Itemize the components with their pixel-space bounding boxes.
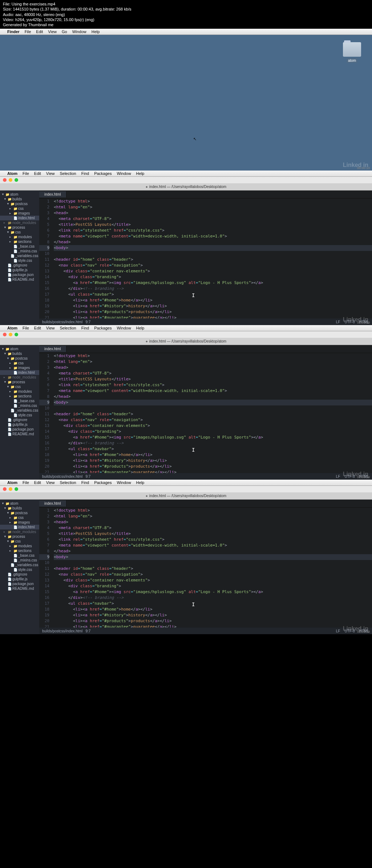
- tree-item-images[interactable]: ▸📁images: [0, 520, 39, 525]
- menu-help[interactable]: Help: [92, 29, 100, 34]
- menu-finder[interactable]: Finder: [7, 29, 20, 34]
- tree-root[interactable]: ▼📁atom: [0, 192, 39, 197]
- menu-view[interactable]: View: [46, 171, 55, 176]
- file-tree-sidebar[interactable]: ▼📁atom▼📁builds▼📁postcss▸📁css▸📁images📄ind…: [0, 500, 39, 634]
- tree-item-process[interactable]: ▼📁process: [0, 380, 39, 384]
- tree-item-sections[interactable]: ▸📁sections: [0, 394, 39, 399]
- tree-item-package-json[interactable]: 📄package.json: [0, 581, 39, 586]
- menu-find[interactable]: Find: [81, 326, 89, 330]
- tree-item-style-css[interactable]: 📄style.css: [0, 567, 39, 572]
- tree-item-modules[interactable]: ▸📁modules: [0, 235, 39, 239]
- menu-packages[interactable]: Packages: [94, 480, 112, 485]
- tree-item-process[interactable]: ▼📁process: [0, 225, 39, 230]
- status-filepath[interactable]: builds/postcss/index.html: [42, 475, 82, 479]
- file-tree-sidebar[interactable]: ▼📁atom▼📁builds▼📁postcss▸📁css▸📁images📄ind…: [0, 191, 39, 325]
- tree-item-README-md[interactable]: 📄README.md: [0, 277, 39, 282]
- menu-window[interactable]: Window: [117, 326, 131, 330]
- tree-item-css[interactable]: ▼📁css: [0, 384, 39, 389]
- tree-item-postcss[interactable]: ▼📁postcss: [0, 201, 39, 206]
- menu-help[interactable]: Help: [136, 326, 145, 330]
- tree-item-index-html[interactable]: 📄index.html: [0, 370, 39, 375]
- tree-item-_variables-css[interactable]: 📄_variables.css: [0, 408, 39, 413]
- close-button[interactable]: [3, 333, 7, 336]
- status-cursor-pos[interactable]: 9:7: [86, 629, 91, 633]
- maximize-button[interactable]: [15, 333, 18, 336]
- tree-item-css[interactable]: ▸📁css: [0, 206, 39, 211]
- tree-item-_variables-css[interactable]: 📄_variables.css: [0, 563, 39, 567]
- tree-item-sections[interactable]: ▸📁sections: [0, 239, 39, 244]
- close-button[interactable]: [3, 487, 7, 491]
- code-editor[interactable]: 1234567891011121314151617181920212223 <!…: [39, 199, 372, 319]
- tree-item-builds[interactable]: ▼📁builds: [0, 506, 39, 511]
- minimize-button[interactable]: [9, 333, 12, 336]
- tree-item-gulpfile-js[interactable]: 📄gulpfile.js: [0, 268, 39, 272]
- file-tree-sidebar[interactable]: ▼📁atom▼📁builds▼📁postcss▸📁css▸📁images📄ind…: [0, 345, 39, 480]
- tree-item-_variables-css[interactable]: 📄_variables.css: [0, 253, 39, 258]
- tree-item-style-css[interactable]: 📄style.css: [0, 258, 39, 263]
- minimize-button[interactable]: [9, 178, 12, 182]
- tree-item--gitignore[interactable]: 📄.gitignore: [0, 572, 39, 577]
- tree-item-package-json[interactable]: 📄package.json: [0, 272, 39, 277]
- tree-item-css[interactable]: ▸📁css: [0, 515, 39, 520]
- menu-atom[interactable]: Atom: [7, 171, 17, 176]
- tree-item-builds[interactable]: ▼📁builds: [0, 197, 39, 201]
- tree-item-postcss[interactable]: ▼📁postcss: [0, 356, 39, 361]
- tree-item-gulpfile-js[interactable]: 📄gulpfile.js: [0, 577, 39, 581]
- tree-item-_mixins-css[interactable]: 📄_mixins.css: [0, 249, 39, 253]
- tree-item-sections[interactable]: ▸📁sections: [0, 548, 39, 553]
- menu-packages[interactable]: Packages: [94, 171, 112, 176]
- tree-item-css[interactable]: ▼📁css: [0, 230, 39, 235]
- code-editor[interactable]: 1234567891011121314151617181920212223 <!…: [39, 353, 372, 473]
- tree-item--gitignore[interactable]: 📄.gitignore: [0, 417, 39, 422]
- menu-help[interactable]: Help: [136, 480, 145, 485]
- tree-item-_base-css[interactable]: 📄_base.css: [0, 553, 39, 558]
- menu-window[interactable]: Window: [117, 171, 131, 176]
- status-lf[interactable]: LF: [336, 629, 340, 633]
- status-filepath[interactable]: builds/postcss/index.html: [42, 320, 82, 324]
- status-filepath[interactable]: builds/postcss/index.html: [42, 629, 82, 633]
- status-cursor-pos[interactable]: 9:7: [86, 475, 91, 479]
- close-button[interactable]: [3, 178, 7, 182]
- menu-atom[interactable]: Atom: [7, 326, 17, 330]
- tree-item-node_modules[interactable]: ▸📁node_modules: [0, 375, 39, 380]
- file-tab-index-html[interactable]: index.html: [39, 191, 66, 197]
- menu-edit[interactable]: Edit: [34, 171, 41, 176]
- tree-root[interactable]: ▼📁atom: [0, 347, 39, 351]
- tree-item-builds[interactable]: ▼📁builds: [0, 351, 39, 356]
- status-lf[interactable]: LF: [336, 320, 340, 324]
- menu-selection[interactable]: Selection: [60, 171, 76, 176]
- tree-item-README-md[interactable]: 📄README.md: [0, 432, 39, 436]
- menu-selection[interactable]: Selection: [60, 480, 76, 485]
- menu-view[interactable]: View: [46, 326, 55, 330]
- menu-view[interactable]: View: [46, 480, 55, 485]
- menu-packages[interactable]: Packages: [94, 326, 112, 330]
- tree-item-images[interactable]: ▸📁images: [0, 365, 39, 370]
- tree-item-package-json[interactable]: 📄package.json: [0, 427, 39, 432]
- menu-file[interactable]: File: [23, 326, 29, 330]
- tree-item-css[interactable]: ▼📁css: [0, 539, 39, 544]
- menu-view[interactable]: View: [48, 29, 57, 34]
- minimize-button[interactable]: [9, 487, 12, 491]
- tree-item-_mixins-css[interactable]: 📄_mixins.css: [0, 403, 39, 408]
- desktop-folder-atom[interactable]: atom: [343, 42, 361, 63]
- menu-selection[interactable]: Selection: [60, 326, 76, 330]
- tree-item-postcss[interactable]: ▼📁postcss: [0, 511, 39, 515]
- code-content[interactable]: <!doctype html><html lang="en"><head> <m…: [52, 199, 372, 319]
- tree-item--gitignore[interactable]: 📄.gitignore: [0, 263, 39, 268]
- menu-find[interactable]: Find: [81, 480, 89, 485]
- menu-atom[interactable]: Atom: [7, 480, 17, 485]
- menu-find[interactable]: Find: [81, 171, 89, 176]
- tree-item-index-html[interactable]: 📄index.html: [0, 216, 39, 220]
- tree-item-index-html[interactable]: 📄index.html: [0, 525, 39, 529]
- tree-item-style-css[interactable]: 📄style.css: [0, 413, 39, 417]
- menu-window[interactable]: Window: [72, 29, 86, 34]
- tree-root[interactable]: ▼📁atom: [0, 501, 39, 506]
- menu-window[interactable]: Window: [117, 480, 131, 485]
- menu-edit[interactable]: Edit: [34, 326, 41, 330]
- tree-item-images[interactable]: ▸📁images: [0, 211, 39, 216]
- tree-item-css[interactable]: ▸📁css: [0, 361, 39, 365]
- code-content[interactable]: <!doctype html><html lang="en"><head> <m…: [52, 508, 372, 628]
- maximize-button[interactable]: [15, 178, 18, 182]
- tree-item-node_modules[interactable]: ▸📁node_modules: [0, 220, 39, 225]
- file-tab-index-html[interactable]: index.html: [39, 346, 66, 352]
